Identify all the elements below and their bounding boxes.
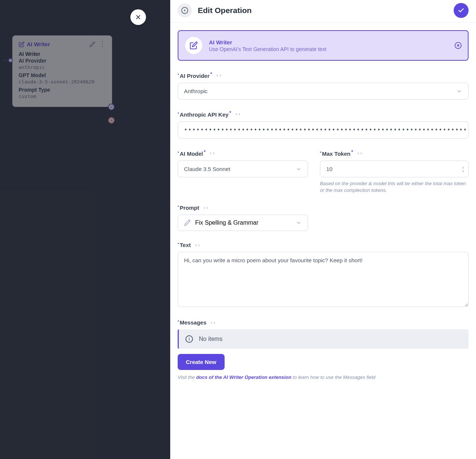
code-icon[interactable]: ‹› xyxy=(216,72,222,78)
code-icon[interactable]: ‹› xyxy=(235,111,241,117)
banner-desc: Use OpenAI's Text Generation API to gene… xyxy=(209,46,326,52)
max-token-input[interactable]: 10 xyxy=(320,161,469,177)
drawer-header: Edit Operation xyxy=(170,0,476,23)
dismiss-button[interactable] xyxy=(454,42,462,49)
code-icon[interactable]: ‹› xyxy=(209,150,215,156)
no-items-banner: i No items xyxy=(178,329,469,349)
banner-title: AI Writer xyxy=(209,39,326,45)
no-items-text: No items xyxy=(199,336,222,342)
max-token-help: Based on the provider & model this will … xyxy=(320,180,469,194)
ai-provider-value: Anthropic xyxy=(184,88,207,94)
create-new-button[interactable]: Create New xyxy=(178,354,225,370)
close-circle-icon xyxy=(454,42,462,49)
chevron-down-icon xyxy=(296,166,302,172)
chevron-down-icon xyxy=(456,88,462,94)
code-icon[interactable]: ‹› xyxy=(194,242,200,248)
ai-provider-label: •AI Provider* xyxy=(178,71,212,79)
bolt-icon xyxy=(178,3,192,18)
api-key-label: •Anthropic API Key* xyxy=(178,110,231,118)
svg-marker-3 xyxy=(184,9,186,12)
chevron-down-icon[interactable]: ▼ xyxy=(461,169,465,173)
prompt-select[interactable]: Fix Spelling & Grammar xyxy=(178,215,308,231)
prompt-value: Fix Spelling & Grammar xyxy=(195,219,258,226)
chevron-down-icon xyxy=(296,220,302,226)
ai-model-select[interactable]: Claude 3.5 Sonnet xyxy=(178,161,308,177)
messages-label: •Messages xyxy=(178,319,206,326)
text-label: •Text xyxy=(178,241,191,248)
info-banner: AI Writer Use OpenAI's Text Generation A… xyxy=(178,30,469,61)
confirm-button[interactable] xyxy=(454,3,469,18)
prompt-label: •Prompt xyxy=(178,204,199,211)
info-icon: i xyxy=(185,335,193,343)
chevron-up-icon[interactable]: ▲ xyxy=(461,165,465,169)
text-input[interactable] xyxy=(178,252,469,307)
close-button[interactable] xyxy=(130,9,146,25)
ai-model-value: Claude 3.5 Sonnet xyxy=(184,166,230,172)
edit-drawer: Edit Operation AI Writer Use OpenAI's Te… xyxy=(170,0,476,459)
docs-link[interactable]: docs of the AI Writer Operation extensio… xyxy=(196,374,292,380)
api-key-input[interactable]: ••••••••••••••••••••••••••••••••••••••••… xyxy=(178,121,469,139)
messages-help: Visit the docs of the AI Writer Operatio… xyxy=(178,374,469,381)
code-icon[interactable]: ‹› xyxy=(210,320,216,325)
check-icon xyxy=(458,7,464,14)
pencil-sparkle-icon xyxy=(184,219,191,226)
edit-icon xyxy=(185,37,202,54)
code-icon[interactable]: ‹› xyxy=(203,205,209,210)
close-icon xyxy=(135,14,142,20)
max-token-label: •Max Token* xyxy=(320,149,353,157)
ai-model-label: •AI Model* xyxy=(178,149,206,157)
code-icon[interactable]: ‹› xyxy=(357,150,363,156)
number-spinner[interactable]: ▲ ▼ xyxy=(461,165,465,173)
ai-provider-select[interactable]: Anthropic xyxy=(178,83,469,99)
drawer-title: Edit Operation xyxy=(198,6,252,15)
